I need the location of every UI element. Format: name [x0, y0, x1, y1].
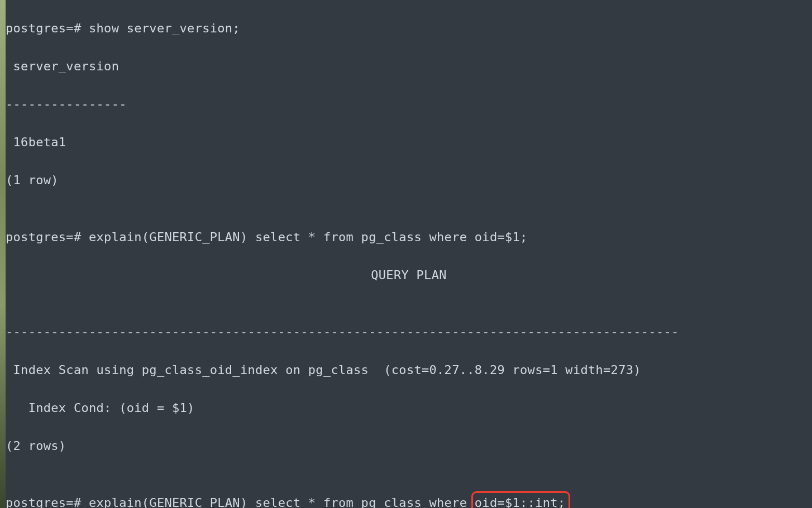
- prompt: postgres=#: [6, 496, 81, 508]
- command: show server_version;: [89, 21, 240, 35]
- plan-line: Index Cond: (oid = $1): [6, 399, 812, 418]
- terminal-line: postgres=# explain(GENERIC_PLAN) select …: [6, 228, 812, 247]
- result-value: 16beta1: [6, 133, 812, 152]
- result-header: server_version: [6, 57, 812, 76]
- terminal-line: postgres=# show server_version;: [6, 19, 812, 38]
- command: explain(GENERIC_PLAN) select * from pg_c…: [89, 230, 528, 244]
- plan-line: Index Scan using pg_class_oid_index on p…: [6, 361, 812, 380]
- row-count: (1 row): [6, 171, 812, 190]
- terminal-output[interactable]: postgres=# show server_version; server_v…: [6, 0, 812, 508]
- result-separator: ----------------: [6, 95, 812, 114]
- terminal-line: postgres=# explain(GENERIC_PLAN) select …: [6, 493, 812, 508]
- prompt: postgres=#: [6, 21, 81, 35]
- row-count: (2 rows): [6, 437, 812, 456]
- command-prefix: explain(GENERIC_PLAN) select * from pg_c…: [89, 496, 475, 508]
- desktop-left-edge: [0, 0, 6, 508]
- highlighted-text: oid=$1::int;: [475, 496, 566, 508]
- highlighted-fragment: oid=$1::int;: [471, 491, 571, 508]
- result-separator: ----------------------------------------…: [6, 323, 812, 342]
- prompt: postgres=#: [6, 230, 81, 244]
- query-plan-header: QUERY PLAN: [6, 266, 812, 285]
